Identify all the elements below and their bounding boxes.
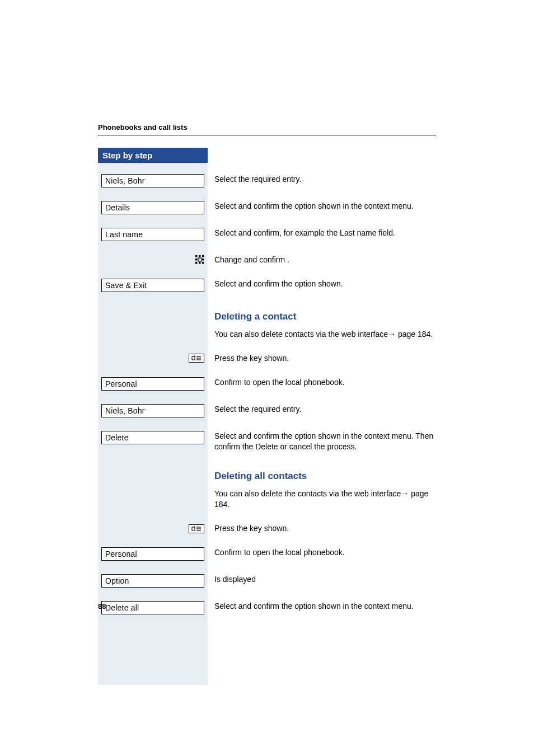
step-desc: Select and confirm the option shown in t… bbox=[214, 198, 436, 218]
svg-rect-7 bbox=[202, 262, 204, 264]
svg-rect-1 bbox=[199, 255, 201, 257]
step-desc: Select and confirm the option shown in t… bbox=[214, 598, 436, 618]
svg-rect-3 bbox=[195, 259, 198, 261]
step-box-delete: Delete bbox=[101, 431, 204, 444]
step-desc: Select and confirm the option shown. bbox=[214, 275, 436, 295]
section-header: Phonebooks and call lists bbox=[98, 123, 436, 135]
step-box-details: Details bbox=[101, 201, 204, 214]
arrow-icon: → bbox=[388, 330, 396, 339]
phonebook-key-icon bbox=[189, 524, 204, 533]
svg-rect-2 bbox=[202, 255, 204, 257]
phonebook-key-icon bbox=[189, 354, 204, 363]
step-box-entry: Niels, Bohr bbox=[101, 404, 204, 417]
step-desc: Change and confirm . bbox=[214, 251, 436, 269]
step-box-save-exit: Save & Exit bbox=[101, 279, 204, 292]
step-desc: Confirm to open the local phonebook. bbox=[214, 374, 436, 394]
step-desc: Select and confirm the option shown in t… bbox=[214, 428, 436, 456]
step-desc: Is displayed bbox=[214, 571, 436, 591]
step-desc: Press the key shown. bbox=[214, 520, 436, 537]
step-desc: Select the required entry. bbox=[214, 171, 436, 191]
svg-rect-9 bbox=[192, 356, 195, 360]
svg-rect-0 bbox=[195, 255, 198, 257]
heading-deleting-all-contacts: Deleting all contacts bbox=[214, 471, 436, 482]
svg-rect-5 bbox=[195, 262, 198, 264]
content-grid: Niels, Bohr Select the required entry. D… bbox=[98, 163, 436, 685]
svg-rect-14 bbox=[192, 527, 195, 530]
arrow-icon: → bbox=[401, 489, 409, 498]
step-box-personal: Personal bbox=[101, 547, 204, 561]
svg-rect-6 bbox=[199, 262, 201, 264]
step-by-step-title: Step by step bbox=[98, 148, 208, 163]
step-desc: Select the required entry. bbox=[214, 401, 436, 421]
svg-rect-8 bbox=[198, 258, 202, 261]
step-desc: Confirm to open the local phonebook. bbox=[214, 544, 436, 564]
keypad-icon bbox=[195, 255, 204, 264]
step-box-personal: Personal bbox=[101, 377, 204, 391]
step-desc: Select and confirm, for example the Last… bbox=[214, 224, 436, 245]
heading-deleting-contact: Deleting a contact bbox=[214, 311, 436, 322]
step-box-option: Option bbox=[101, 574, 204, 588]
intro-deleting-all-contacts: You can also delete the contacts via the… bbox=[214, 487, 436, 510]
step-desc: Press the key shown. bbox=[214, 350, 436, 367]
page-number: 88 bbox=[98, 602, 106, 611]
step-box-delete-all: Delete all bbox=[101, 601, 204, 614]
step-box-entry: Niels, Bohr bbox=[101, 174, 204, 187]
intro-deleting-contact: You can also delete contacts via the web… bbox=[214, 328, 436, 340]
svg-rect-4 bbox=[202, 259, 204, 261]
step-box-lastname: Last name bbox=[101, 228, 204, 241]
